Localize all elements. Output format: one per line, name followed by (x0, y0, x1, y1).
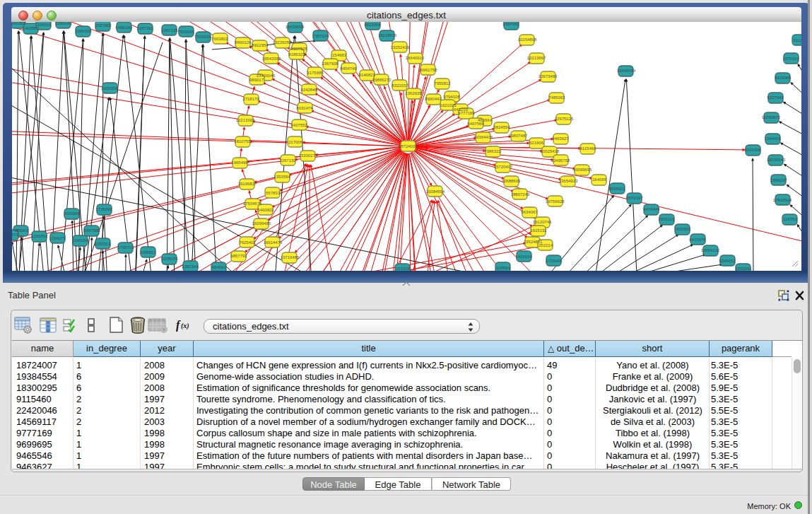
svg-text:12093872: 12093872 (762, 115, 781, 119)
svg-text:1693041: 1693041 (735, 267, 752, 271)
svg-text:12213967: 12213967 (527, 56, 546, 60)
svg-text:2367608: 2367608 (322, 62, 339, 66)
svg-text:15885270: 15885270 (372, 78, 392, 82)
svg-text:3624554: 3624554 (493, 125, 510, 129)
svg-text:19756928: 19756928 (546, 199, 565, 204)
svg-text:1733426: 1733426 (546, 259, 563, 263)
svg-text:8215958: 8215958 (744, 148, 761, 152)
svg-text:13716485: 13716485 (281, 255, 300, 259)
svg-text:1735992: 1735992 (95, 207, 112, 211)
svg-text:8813054: 8813054 (364, 23, 381, 27)
svg-text:1145194: 1145194 (73, 238, 90, 243)
svg-text:989017: 989017 (249, 78, 264, 82)
svg-text:7986322: 7986322 (484, 149, 501, 153)
svg-text:391573: 391573 (12, 233, 19, 237)
svg-text:7357224: 7357224 (312, 34, 329, 38)
svg-text:6679197: 6679197 (626, 196, 643, 200)
svg-text:9327505: 9327505 (290, 47, 307, 51)
svg-text:16543362: 16543362 (262, 57, 281, 61)
svg-text:13495758: 13495758 (551, 158, 570, 163)
svg-text:15300273: 15300273 (299, 153, 318, 158)
svg-text:9242848: 9242848 (300, 88, 317, 92)
svg-text:2718170: 2718170 (242, 97, 259, 101)
svg-text:10099695: 10099695 (573, 168, 592, 172)
svg-text:1078275: 1078275 (161, 257, 178, 261)
svg-text:3175685: 3175685 (307, 71, 324, 75)
svg-text:1065328: 1065328 (75, 29, 92, 33)
svg-text:13654923: 13654923 (559, 179, 578, 183)
svg-text:9427552: 9427552 (290, 123, 307, 127)
svg-text:10688609: 10688609 (502, 179, 521, 183)
svg-text:16120746: 16120746 (533, 220, 552, 224)
svg-text:16033809: 16033809 (286, 25, 305, 29)
svg-text:9146821: 9146821 (358, 73, 375, 77)
svg-text:9634067: 9634067 (521, 210, 538, 214)
svg-text:252214: 252214 (539, 243, 553, 247)
svg-text:7515526: 7515526 (177, 30, 194, 34)
svg-text:7625402: 7625402 (239, 240, 256, 245)
svg-text:7515526: 7515526 (194, 35, 211, 39)
svg-text:9227343: 9227343 (767, 95, 784, 100)
svg-text:10025438: 10025438 (541, 149, 560, 153)
svg-text:17810504: 17810504 (773, 198, 792, 202)
svg-text:1810755: 1810755 (234, 139, 251, 144)
svg-text:621606: 621606 (529, 141, 544, 145)
svg-text:154683: 154683 (332, 53, 347, 57)
svg-text:10654122: 10654122 (701, 248, 720, 252)
svg-text:111234: 111234 (793, 38, 801, 42)
svg-text:1234273: 1234273 (49, 236, 66, 240)
svg-text:1067191: 1067191 (136, 26, 153, 30)
svg-text:9794028: 9794028 (443, 95, 460, 99)
svg-text:6466160: 6466160 (115, 25, 132, 30)
svg-text:16210643: 16210643 (767, 158, 786, 162)
svg-text:13226058: 13226058 (273, 40, 292, 45)
svg-text:7485063: 7485063 (548, 95, 565, 100)
svg-text:(x): (x) (181, 322, 189, 330)
svg-text:8454749: 8454749 (340, 66, 357, 71)
svg-text:116753: 116753 (783, 217, 797, 221)
svg-text:8990443: 8990443 (425, 97, 442, 101)
svg-text:5493822: 5493822 (257, 208, 274, 212)
svg-text:18724007: 18724007 (399, 144, 418, 148)
svg-text:140355: 140355 (12, 22, 26, 25)
svg-text:2020655: 2020655 (64, 211, 81, 216)
svg-text:19218506: 19218506 (378, 33, 397, 37)
svg-text:13252419: 13252419 (391, 45, 410, 49)
svg-text:1527602: 1527602 (95, 23, 112, 28)
svg-text:1156812: 1156812 (32, 234, 49, 238)
svg-text:12975125: 12975125 (555, 117, 574, 121)
svg-text:1353594: 1353594 (273, 175, 290, 179)
svg-text:8660124: 8660124 (235, 40, 252, 45)
svg-text:1575107: 1575107 (782, 57, 799, 61)
svg-text:9474444: 9474444 (643, 207, 660, 211)
svg-text:16099485: 16099485 (252, 221, 271, 226)
svg-text:15720407: 15720407 (494, 165, 513, 169)
svg-text:18807249: 18807249 (511, 192, 530, 197)
svg-text:19384554: 19384554 (426, 189, 445, 194)
svg-text:16961758: 16961758 (418, 68, 437, 72)
svg-text:8186323: 8186323 (288, 52, 305, 57)
svg-text:8912954: 8912954 (252, 43, 269, 47)
svg-text:7632621: 7632621 (674, 227, 691, 231)
svg-text:3267130: 3267130 (279, 158, 296, 163)
svg-text:164095: 164095 (592, 177, 607, 182)
svg-text:1735722: 1735722 (117, 245, 134, 250)
svg-text:2069140: 2069140 (55, 22, 72, 25)
svg-text:8938921: 8938921 (608, 187, 625, 191)
svg-text:557833: 557833 (266, 191, 281, 195)
svg-text:16640910: 16640910 (406, 56, 425, 60)
svg-text:954502: 954502 (212, 265, 227, 269)
svg-text:1362635: 1362635 (405, 91, 422, 95)
svg-text:1244419: 1244419 (764, 136, 781, 141)
svg-text:9997588: 9997588 (83, 228, 100, 233)
svg-text:17504676: 17504676 (243, 201, 262, 206)
svg-text:2935114: 2935114 (659, 217, 676, 221)
svg-text:2005334: 2005334 (101, 86, 118, 90)
svg-text:6497566: 6497566 (467, 122, 484, 126)
svg-text:1095812: 1095812 (139, 250, 156, 255)
svg-text:109581: 109581 (496, 266, 511, 270)
svg-text:1413614: 1413614 (515, 255, 532, 259)
svg-text:9857791: 9857791 (230, 254, 247, 258)
svg-text:9463627: 9463627 (552, 136, 569, 141)
svg-text:8322037: 8322037 (392, 83, 408, 88)
